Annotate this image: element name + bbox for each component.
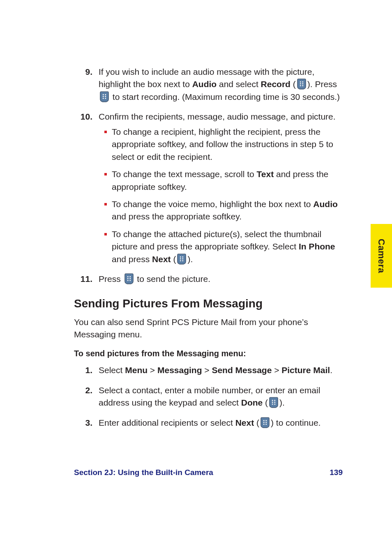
softkey-icon xyxy=(99,91,109,102)
step-number: 3. xyxy=(74,417,92,429)
sub-item: To change the attached picture(s), selec… xyxy=(99,228,343,265)
sub-item: To change a recipient, highlight the rec… xyxy=(99,126,343,163)
step-number: 10. xyxy=(74,111,92,123)
step-11: 11. Press to send the picture. xyxy=(74,273,343,285)
step-10-sublist: To change a recipient, highlight the rec… xyxy=(99,126,343,265)
step-b2: 2. Select a contact, enter a mobile numb… xyxy=(74,384,343,409)
step-b3: 3. Enter additional recipients or select… xyxy=(74,417,343,429)
step-text: Confirm the recipients, message, audio m… xyxy=(99,112,336,121)
softkey-icon xyxy=(269,397,279,408)
sub-item: To change the text message, scroll to Te… xyxy=(99,168,343,193)
step-10: 10. Confirm the recipients, message, aud… xyxy=(74,111,343,265)
step-text: Enter additional recipients or select Ne… xyxy=(99,418,321,427)
step-text: Select a contact, enter a mobile number,… xyxy=(99,385,320,407)
section-tab: Camera xyxy=(371,224,392,288)
softkey-icon xyxy=(260,417,270,428)
step-9: 9. If you wish to include an audio messa… xyxy=(74,66,343,103)
footer-section-title: Section 2J: Using the Built-in Camera xyxy=(74,468,213,477)
page: Camera 9. If you wish to include an audi… xyxy=(0,0,392,549)
step-text: Select Menu > Messaging > Send Message >… xyxy=(99,365,332,375)
step-text: If you wish to include an audio message … xyxy=(99,67,340,101)
step-b1: 1. Select Menu > Messaging > Send Messag… xyxy=(74,364,343,376)
step-text: Press to send the picture. xyxy=(99,274,210,284)
page-number: 139 xyxy=(330,468,343,477)
softkey-icon xyxy=(124,273,134,284)
ordered-steps-part2: 1. Select Menu > Messaging > Send Messag… xyxy=(74,364,343,429)
softkey-icon xyxy=(297,78,307,90)
section-heading: Sending Pictures From Messaging xyxy=(74,297,343,310)
intro-paragraph: You can also send Sprint PCS Picture Mai… xyxy=(74,316,343,341)
step-number: 2. xyxy=(74,384,92,397)
section-tab-label: Camera xyxy=(376,239,387,273)
lead-in: To send pictures from the Messaging menu… xyxy=(74,349,343,358)
page-footer: Section 2J: Using the Built-in Camera 13… xyxy=(74,468,343,477)
step-number: 1. xyxy=(74,364,92,376)
step-number: 9. xyxy=(74,66,92,78)
ordered-steps-part1: 9. If you wish to include an audio messa… xyxy=(74,66,343,286)
sub-item: To change the voice memo, highlight the … xyxy=(99,198,343,223)
step-number: 11. xyxy=(74,273,92,285)
softkey-icon xyxy=(177,253,187,265)
